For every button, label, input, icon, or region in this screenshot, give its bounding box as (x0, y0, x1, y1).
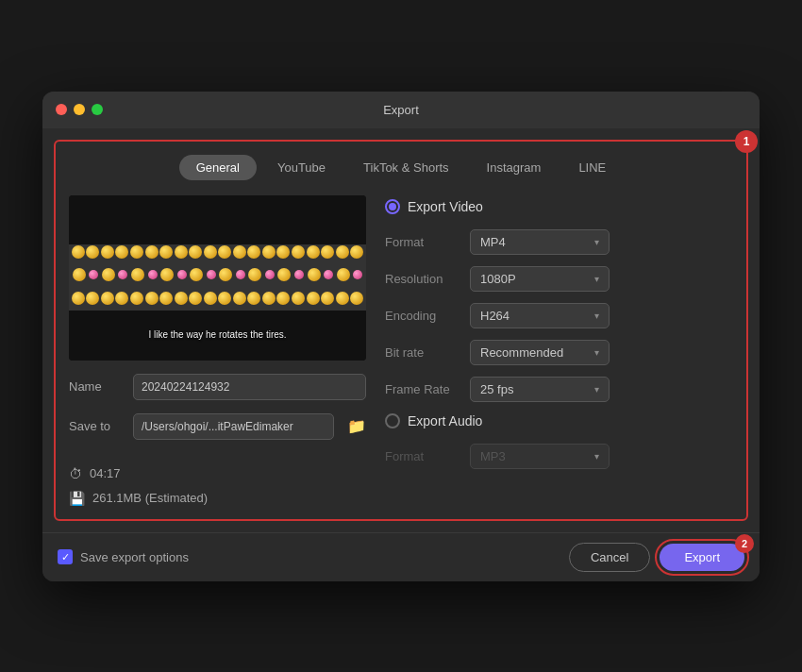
left-panel: I like the way he rotates the tires. Nam… (69, 195, 366, 506)
save-options-label: Save export options (80, 550, 189, 564)
folder-icon[interactable]: 📁 (347, 417, 366, 435)
bitrate-label: Bit rate (385, 345, 470, 360)
titlebar: Export (42, 92, 760, 128)
audio-format-label: Format (385, 449, 470, 463)
name-input[interactable] (133, 374, 366, 400)
encoding-chevron-icon: ▾ (594, 311, 599, 321)
name-label: Name (69, 379, 124, 394)
encoding-label: Encoding (385, 309, 470, 323)
save-options-checkbox[interactable]: ✓ (58, 549, 73, 564)
badge-2: 2 (735, 534, 754, 553)
export-audio-radio[interactable] (385, 413, 400, 428)
export-audio-option[interactable]: Export Audio (385, 413, 733, 428)
save-options: ✓ Save export options (58, 549, 189, 564)
bitrate-dropdown[interactable]: Recommended ▾ (470, 340, 610, 365)
tab-line[interactable]: LINE (561, 155, 623, 180)
video-preview: I like the way he rotates the tires. (69, 195, 366, 361)
resolution-chevron-icon: ▾ (594, 274, 599, 284)
audio-format-value: MP3 (480, 449, 506, 463)
framerate-value: 25 fps (480, 382, 513, 396)
audio-format-field-row: Format MP3 ▾ (385, 444, 733, 469)
tab-tiktok[interactable]: TikTok & Shorts (346, 155, 466, 180)
main-content: I like the way he rotates the tires. Nam… (69, 195, 733, 506)
format-label: Format (385, 235, 470, 249)
minimize-button[interactable] (74, 104, 85, 115)
export-video-label: Export Video (408, 199, 483, 214)
beads-row-1 (69, 242, 366, 262)
cancel-button[interactable]: Cancel (569, 543, 650, 572)
encoding-value: H264 (480, 309, 510, 323)
size-value: 261.1MB (Estimated) (92, 491, 208, 505)
framerate-label: Frame Rate (385, 382, 470, 396)
storage-icon: 💾 (69, 491, 85, 506)
framerate-chevron-icon: ▾ (594, 384, 599, 395)
save-to-field-row: Save to 📁 (69, 413, 366, 440)
export-video-radio[interactable] (385, 199, 400, 214)
clock-icon: ⏱ (69, 466, 82, 481)
export-button-wrapper: Export 2 (660, 544, 744, 571)
badge-1: 1 (735, 130, 758, 153)
duration-row: ⏱ 04:17 (69, 466, 366, 481)
right-panel: Export Video Format MP4 ▾ Resolution 1 (385, 195, 733, 506)
format-chevron-icon: ▾ (594, 237, 599, 247)
framerate-field-row: Frame Rate 25 fps ▾ (385, 377, 733, 402)
save-to-input[interactable] (133, 413, 334, 440)
encoding-field-row: Encoding H264 ▾ (385, 303, 733, 328)
beads-row-3 (69, 288, 366, 309)
fullscreen-button[interactable] (92, 104, 103, 115)
format-value: MP4 (480, 235, 506, 249)
bitrate-chevron-icon: ▾ (594, 347, 599, 358)
tab-general[interactable]: General (179, 155, 257, 180)
duration-value: 04:17 (90, 466, 121, 480)
resolution-value: 1080P (480, 272, 516, 286)
audio-format-chevron-icon: ▾ (594, 451, 599, 462)
resolution-label: Resolution (385, 272, 470, 286)
bitrate-value: Recommended (480, 345, 563, 360)
framerate-dropdown[interactable]: 25 fps ▾ (470, 377, 610, 402)
save-to-label: Save to (69, 419, 124, 433)
footer: ✓ Save export options Cancel Export 2 (42, 532, 760, 581)
audio-format-dropdown: MP3 ▾ (470, 444, 610, 469)
content-area: 1 General YouTube TikTok & Shorts Instag… (54, 140, 748, 521)
tab-instagram[interactable]: Instagram (470, 155, 559, 180)
resolution-field-row: Resolution 1080P ▾ (385, 266, 733, 292)
resolution-dropdown[interactable]: 1080P ▾ (470, 266, 610, 292)
size-row: 💾 261.1MB (Estimated) (69, 491, 366, 506)
format-dropdown[interactable]: MP4 ▾ (470, 229, 610, 255)
export-button[interactable]: Export (660, 544, 744, 571)
window-title: Export (383, 103, 419, 117)
close-button[interactable] (56, 104, 67, 115)
tab-youtube[interactable]: YouTube (260, 155, 343, 180)
export-audio-label: Export Audio (408, 413, 482, 428)
bitrate-field-row: Bit rate Recommended ▾ (385, 340, 733, 365)
export-window: Export 1 General YouTube TikTok & Shorts… (42, 92, 760, 581)
beads-row-2 (69, 264, 366, 285)
name-field-row: Name (69, 374, 366, 400)
window-body: 1 General YouTube TikTok & Shorts Instag… (42, 140, 760, 581)
footer-buttons: Cancel Export 2 (569, 543, 744, 572)
video-subtitle: I like the way he rotates the tires. (148, 329, 286, 340)
format-field-row: Format MP4 ▾ (385, 229, 733, 255)
encoding-dropdown[interactable]: H264 ▾ (470, 303, 610, 328)
stats-area: ⏱ 04:17 💾 261.1MB (Estimated) (69, 466, 366, 506)
traffic-lights (56, 104, 103, 115)
export-video-option[interactable]: Export Video (385, 199, 733, 214)
tabs-bar: General YouTube TikTok & Shorts Instagra… (69, 155, 733, 180)
